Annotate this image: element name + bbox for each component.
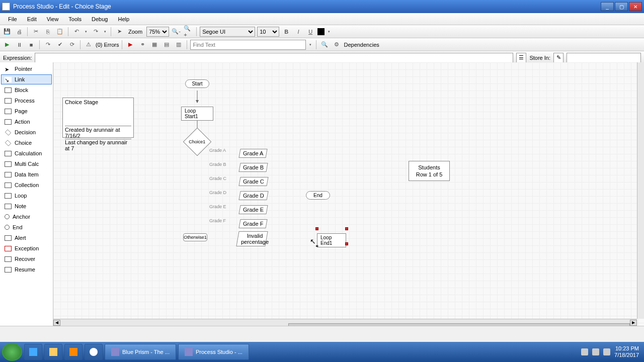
tool-link[interactable]: ↘Link	[1, 74, 52, 84]
tool-multi-calc[interactable]: Multi Calc	[1, 159, 52, 169]
minimize-button[interactable]: _	[601, 2, 614, 11]
tray-volume-icon[interactable]	[603, 348, 610, 355]
font-color-icon[interactable]	[317, 28, 325, 35]
info-box[interactable]: Choice Stage Created by arunnair at 7/16…	[62, 98, 134, 138]
font-color-dropdown-icon[interactable]: ▾	[327, 27, 332, 37]
tool-process[interactable]: Process	[1, 96, 52, 106]
align-icon[interactable]: ▤	[162, 40, 172, 50]
menu-debug[interactable]: Debug	[88, 15, 112, 24]
tool-end[interactable]: End	[1, 222, 52, 232]
tool-block[interactable]: Block	[1, 85, 52, 95]
tray-network-icon[interactable]	[592, 348, 599, 355]
scroll-left-icon[interactable]: ◀	[53, 320, 60, 326]
tool-data-item[interactable]: Data Item	[1, 169, 52, 179]
node-grade-d[interactable]: Grade D	[238, 191, 268, 200]
node-choice[interactable]: Choice1	[183, 128, 212, 156]
maximize-button[interactable]: ▢	[615, 2, 628, 11]
store-in-picker-icon[interactable]: ✎	[553, 53, 564, 63]
selection-handle[interactable]	[315, 227, 318, 230]
copy-icon[interactable]: ⎘	[43, 27, 53, 37]
horizontal-scrollbar[interactable]: ◀ ▶	[53, 319, 637, 326]
errors-label[interactable]: (0) Errors	[96, 42, 119, 48]
taskbar-media-icon[interactable]	[64, 344, 83, 360]
node-grade-e[interactable]: Grade E	[238, 205, 268, 214]
expression-picker-icon[interactable]: ☰	[516, 53, 526, 63]
save-icon[interactable]: 💾	[2, 27, 12, 37]
taskbar-explorer-icon[interactable]	[44, 344, 62, 360]
tool-recover[interactable]: Recover	[1, 254, 52, 264]
network-icon[interactable]: ⚙	[332, 40, 342, 50]
tool-calculation[interactable]: Calculation	[1, 148, 52, 158]
close-button[interactable]: ✕	[629, 2, 642, 11]
spacing-icon[interactable]: ▥	[174, 40, 184, 50]
cut-icon[interactable]: ✂	[31, 27, 41, 37]
find-dropdown-icon[interactable]: ▾	[308, 40, 313, 50]
menu-tools[interactable]: Tools	[64, 15, 86, 24]
taskbar-ie-icon[interactable]	[24, 344, 42, 360]
node-end[interactable]: End	[306, 191, 330, 200]
node-grade-b[interactable]: Grade B	[238, 163, 268, 172]
node-grade-a[interactable]: Grade A	[238, 149, 268, 158]
tool-anchor[interactable]: Anchor	[1, 212, 52, 222]
tool-pointer[interactable]: ➤Pointer	[1, 64, 52, 74]
tool-collection[interactable]: Collection	[1, 180, 52, 190]
run-icon[interactable]: ▶	[2, 40, 12, 50]
tool-decision[interactable]: Decision	[1, 127, 52, 137]
breakpoint-icon[interactable]: ▶	[125, 40, 135, 50]
redo-icon[interactable]: ↷	[91, 27, 101, 37]
find-text-input[interactable]	[190, 40, 306, 50]
tray-clock[interactable]: 10:23 PM 7/18/2017	[614, 345, 639, 358]
tool-note[interactable]: Note	[1, 201, 52, 211]
italic-icon[interactable]: I	[293, 27, 303, 37]
errors-icon[interactable]: ⚠	[84, 40, 94, 50]
step-icon[interactable]: ↷	[43, 40, 53, 50]
canvas[interactable]: Choice Stage Created by arunnair at 7/16…	[53, 62, 644, 326]
tool-action[interactable]: Action	[1, 117, 52, 127]
dependencies-label[interactable]: Dependencies	[344, 42, 379, 48]
node-invalid[interactable]: Invalid percentage	[236, 231, 268, 246]
vertical-scrollbar[interactable]	[637, 62, 644, 319]
redo-dropdown-icon[interactable]: ▾	[103, 27, 108, 37]
expression-input[interactable]	[35, 53, 513, 63]
taskbar-chrome-icon[interactable]	[85, 344, 103, 360]
node-loop-start[interactable]: Loop Start1	[181, 107, 213, 121]
stop-icon[interactable]: ■	[26, 40, 36, 50]
tray-flag-icon[interactable]	[581, 348, 588, 355]
search-icon[interactable]: 🔍	[319, 40, 330, 50]
undo-dropdown-icon[interactable]: ▾	[84, 27, 89, 37]
paste-icon[interactable]: 📋	[55, 27, 65, 37]
pause-icon[interactable]: ⏸	[14, 40, 24, 50]
tool-exception[interactable]: Exception	[1, 243, 52, 253]
selection-handle[interactable]	[345, 227, 348, 230]
tool-alert[interactable]: Alert	[1, 233, 52, 243]
cursor-icon[interactable]: ➤	[114, 27, 124, 37]
taskbar-item-blueprism[interactable]: Blue Prism - The ...	[105, 344, 176, 360]
menu-view[interactable]: View	[43, 15, 63, 24]
node-grade-c[interactable]: Grade C	[238, 177, 268, 186]
undo-icon[interactable]: ↶	[71, 27, 82, 37]
start-button[interactable]	[2, 343, 22, 361]
node-students-collection[interactable]: Students Row 1 of 5	[409, 161, 450, 181]
tool-loop[interactable]: Loop	[1, 191, 52, 201]
grid-icon[interactable]: ▦	[149, 40, 159, 50]
taskbar-item-process-studio[interactable]: Process Studio - ...	[178, 344, 249, 360]
node-start[interactable]: Start	[185, 79, 209, 88]
menu-edit[interactable]: Edit	[23, 15, 41, 24]
tool-page[interactable]: Page	[1, 106, 52, 116]
store-in-input[interactable]	[567, 53, 641, 63]
tool-choice[interactable]: Choice	[1, 138, 52, 148]
node-grade-f[interactable]: Grade F	[238, 219, 268, 228]
validate-icon[interactable]: ✔	[55, 40, 65, 50]
node-loop-end[interactable]: Loop End1	[317, 233, 346, 247]
print-icon[interactable]: 🖨	[14, 27, 24, 37]
selection-handle[interactable]	[345, 242, 348, 245]
zoom-out-icon[interactable]: 🔍-	[171, 27, 181, 37]
zoom-select[interactable]: 75%	[146, 27, 169, 37]
menu-file[interactable]: File	[4, 15, 21, 24]
font-select[interactable]: Segoe UI	[200, 27, 255, 37]
underline-icon[interactable]: U	[305, 27, 315, 37]
refresh-icon[interactable]: ⟳	[67, 40, 77, 50]
scroll-right-icon[interactable]: ▶	[630, 320, 637, 326]
zoom-in-icon[interactable]: 🔍+	[183, 27, 193, 37]
link-icon[interactable]: ⚭	[137, 40, 147, 50]
